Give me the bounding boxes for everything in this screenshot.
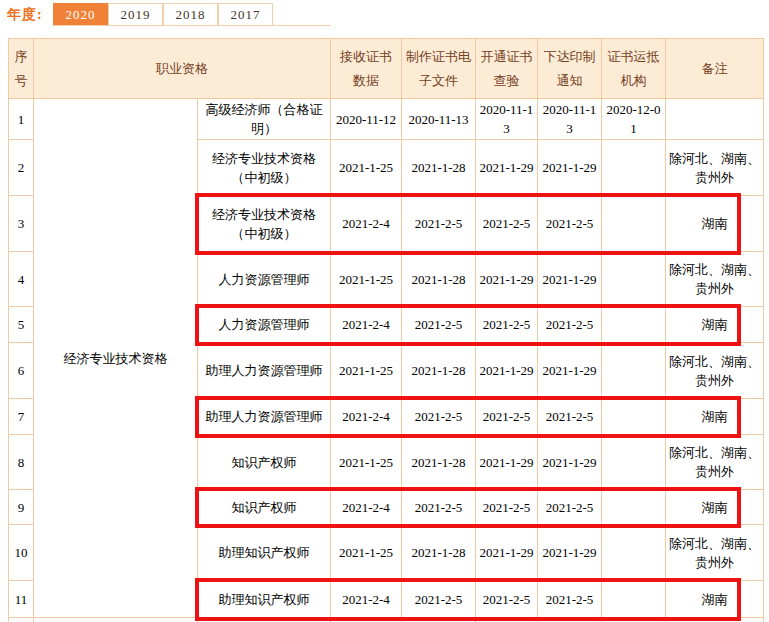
arrive-date-cell: 2020-12-01 bbox=[602, 99, 666, 140]
notice-date-cell: 2021-2-5 bbox=[538, 307, 602, 343]
notice-date-cell: 2020-11-13 bbox=[538, 99, 602, 140]
arrive-date-cell bbox=[602, 581, 666, 618]
row-number-cell: 9 bbox=[9, 490, 34, 525]
certificate-progress-page: 年度: 2020201920182017 序号 职业资格 接收证书数据 制作证书… bbox=[0, 0, 769, 622]
header-remark: 备注 bbox=[666, 39, 764, 99]
row-number-cell: 10 bbox=[9, 525, 34, 581]
empty-cell bbox=[34, 618, 198, 622]
header-print-notice: 下达印制通知 bbox=[538, 39, 602, 99]
qualification-cell: 经济专业技术资格（中初级） bbox=[198, 196, 331, 252]
remark-cell: 湖南 bbox=[666, 196, 764, 252]
make-date-cell: 2021-1-28 bbox=[402, 525, 476, 581]
header-receive-data: 接收证书数据 bbox=[331, 39, 402, 99]
receive-date-cell: 2021-1-25 bbox=[331, 525, 402, 581]
open-date-cell: 2021-2-5 bbox=[476, 581, 538, 618]
row-number-cell: 5 bbox=[9, 307, 34, 343]
open-date-cell: 2021-1-29 bbox=[476, 343, 538, 399]
open-date-cell: 2021-2-5 bbox=[476, 399, 538, 435]
qualification-cell: 经济专业技术资格（中初级） bbox=[198, 140, 331, 196]
qualification-cell: 助理人力资源管理师 bbox=[198, 399, 331, 435]
notice-date-cell: 2021-1-29 bbox=[538, 140, 602, 196]
empty-cell bbox=[602, 618, 666, 622]
receive-date-cell: 2021-1-25 bbox=[331, 252, 402, 307]
year-tab-2018[interactable]: 2018 bbox=[163, 3, 218, 25]
open-date-cell: 2021-1-29 bbox=[476, 435, 538, 490]
make-date-cell: 2021-1-28 bbox=[402, 252, 476, 307]
arrive-date-cell bbox=[602, 399, 666, 435]
row-number-cell: 1 bbox=[9, 99, 34, 140]
make-date-cell: 2021-2-5 bbox=[402, 307, 476, 343]
arrive-date-cell bbox=[602, 196, 666, 252]
arrive-date-cell bbox=[602, 490, 666, 525]
receive-date-cell: 2021-2-4 bbox=[331, 490, 402, 525]
make-date-cell: 2021-2-5 bbox=[402, 399, 476, 435]
remark-cell bbox=[666, 99, 764, 140]
header-make-efile: 制作证书电子文件 bbox=[402, 39, 476, 99]
open-date-cell: 2021-2-5 bbox=[476, 307, 538, 343]
receive-date-cell: 2021-2-4 bbox=[331, 307, 402, 343]
notice-date-cell: 2021-2-5 bbox=[538, 399, 602, 435]
empty-cell bbox=[666, 618, 764, 622]
qualification-cell: 知识产权师 bbox=[198, 435, 331, 490]
qualification-cell: 高级经济师（合格证明） bbox=[198, 99, 331, 140]
open-date-cell: 2021-2-5 bbox=[476, 196, 538, 252]
qualification-cell: 助理知识产权师 bbox=[198, 581, 331, 618]
notice-date-cell: 2021-2-5 bbox=[538, 196, 602, 252]
remark-cell: 湖南 bbox=[666, 490, 764, 525]
header-no: 序号 bbox=[9, 39, 34, 99]
empty-cell bbox=[538, 618, 602, 622]
make-date-cell: 2021-1-28 bbox=[402, 343, 476, 399]
year-tab-2017[interactable]: 2017 bbox=[218, 3, 273, 25]
make-date-cell: 2021-2-5 bbox=[402, 196, 476, 252]
notice-date-cell: 2021-1-29 bbox=[538, 343, 602, 399]
qualification-group-cell: 经济专业技术资格 bbox=[34, 99, 198, 618]
qualification-cell: 知识产权师 bbox=[198, 490, 331, 525]
qualification-cell: 助理知识产权师 bbox=[198, 525, 331, 581]
row-number-cell: 6 bbox=[9, 343, 34, 399]
arrive-date-cell bbox=[602, 343, 666, 399]
arrive-date-cell bbox=[602, 140, 666, 196]
table-row-partial bbox=[9, 618, 764, 622]
empty-cell bbox=[331, 618, 402, 622]
empty-cell bbox=[198, 618, 331, 622]
remark-cell: 除河北、湖南、贵州外 bbox=[666, 343, 764, 399]
open-date-cell: 2021-1-29 bbox=[476, 252, 538, 307]
receive-date-cell: 2021-2-4 bbox=[331, 399, 402, 435]
remark-cell: 湖南 bbox=[666, 307, 764, 343]
remark-cell: 除河北、湖南、贵州外 bbox=[666, 140, 764, 196]
remark-cell: 湖南 bbox=[666, 581, 764, 618]
arrive-date-cell bbox=[602, 525, 666, 581]
empty-cell bbox=[9, 618, 34, 622]
notice-date-cell: 2021-2-5 bbox=[538, 581, 602, 618]
remark-cell: 除河北、湖南、贵州外 bbox=[666, 252, 764, 307]
empty-cell bbox=[402, 618, 476, 622]
arrive-date-cell bbox=[602, 252, 666, 307]
make-date-cell: 2021-1-28 bbox=[402, 435, 476, 490]
notice-date-cell: 2021-2-5 bbox=[538, 490, 602, 525]
open-date-cell: 2021-1-29 bbox=[476, 140, 538, 196]
qualification-cell: 人力资源管理师 bbox=[198, 252, 331, 307]
remark-cell: 除河北、湖南、贵州外 bbox=[666, 525, 764, 581]
notice-date-cell: 2021-1-29 bbox=[538, 525, 602, 581]
open-date-cell: 2021-1-29 bbox=[476, 525, 538, 581]
open-date-cell: 2020-11-13 bbox=[476, 99, 538, 140]
row-number-cell: 8 bbox=[9, 435, 34, 490]
year-tab-2020[interactable]: 2020 bbox=[53, 3, 108, 25]
receive-date-cell: 2021-2-4 bbox=[331, 581, 402, 618]
notice-date-cell: 2021-1-29 bbox=[538, 435, 602, 490]
header-open-check: 开通证书查验 bbox=[476, 39, 538, 99]
table-row: 1 经济专业技术资格高级经济师（合格证明） 2020-11-12 2020-11… bbox=[9, 99, 764, 140]
row-number-cell: 11 bbox=[9, 581, 34, 618]
header-arrive-org: 证书运抵机构 bbox=[602, 39, 666, 99]
remark-cell: 除河北、湖南、贵州外 bbox=[666, 435, 764, 490]
receive-date-cell: 2021-1-25 bbox=[331, 140, 402, 196]
row-number-cell: 2 bbox=[9, 140, 34, 196]
year-tab-2019[interactable]: 2019 bbox=[108, 3, 163, 25]
empty-cell bbox=[476, 618, 538, 622]
receive-date-cell: 2021-1-25 bbox=[331, 435, 402, 490]
arrive-date-cell bbox=[602, 307, 666, 343]
open-date-cell: 2021-2-5 bbox=[476, 490, 538, 525]
year-filter-label: 年度: bbox=[7, 6, 43, 24]
row-number-cell: 4 bbox=[9, 252, 34, 307]
header-qualification: 职业资格 bbox=[34, 39, 331, 99]
